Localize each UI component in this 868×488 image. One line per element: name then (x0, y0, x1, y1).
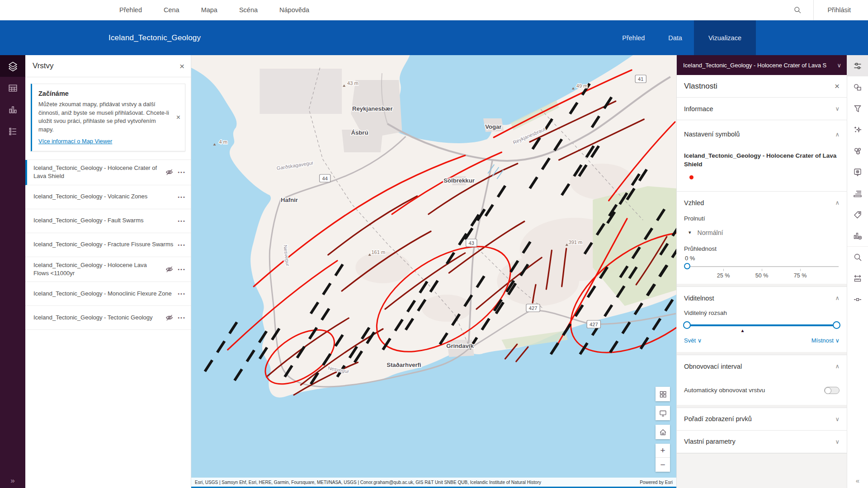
layer-options-ellipsis-button[interactable]: ••• (176, 264, 187, 275)
map-viewer-info-link[interactable]: Více informací o Map Viewer (38, 138, 112, 145)
map-canvas[interactable]: ReykjanesbærVogarÁsbrúSólbrekkurHafnirGr… (191, 55, 676, 488)
chevron-down-icon: ∨ (835, 337, 840, 344)
layer-options-ellipsis-button[interactable]: ••• (176, 288, 187, 299)
right-rail-fields-button[interactable] (847, 183, 868, 204)
vzhled-label: Vzhled (684, 199, 704, 206)
layer-list-item[interactable]: Iceland_Tectonic_Geology - Fault Swarms•… (25, 209, 191, 233)
left-rail-layers-button[interactable] (0, 55, 25, 77)
auto-refresh-toggle[interactable] (824, 387, 840, 394)
sign-in-link[interactable]: Přihlásit (814, 6, 868, 14)
layer-visibility-button[interactable] (164, 312, 175, 323)
range-track[interactable] (685, 324, 839, 326)
tick-25 (723, 269, 724, 271)
visible-range-slider[interactable]: ▲ (685, 321, 839, 336)
range-handle-min[interactable] (683, 321, 691, 329)
right-rail-effects-button[interactable] (847, 119, 868, 140)
top-nav-item-mapa[interactable]: Mapa (190, 6, 228, 14)
search-icon (853, 252, 863, 262)
layer-list-item[interactable]: Iceland_Tectonic_Geology - Holocene Lava… (25, 257, 191, 282)
scale-range-icon (853, 273, 863, 283)
layer-name: Iceland_Tectonic_Geology - Volcanic Zone… (33, 192, 176, 201)
expand-panel-button[interactable]: » (0, 476, 25, 485)
monitor-icon (659, 409, 667, 418)
layer-visibility-button[interactable] (164, 167, 175, 178)
section-refresh[interactable]: Obnovovací interval ∧ (677, 355, 847, 378)
section-draw-order[interactable]: Pořadí zobrazení prvků ∨ (677, 408, 847, 431)
right-rail-styles-button[interactable] (847, 76, 868, 98)
right-rail-popups-button[interactable] (847, 161, 868, 183)
elevation-label: 43 m (347, 80, 359, 86)
layer-options-ellipsis-button[interactable]: ••• (176, 239, 187, 250)
road-shield: 427 (587, 320, 600, 328)
top-nav-item-scéna[interactable]: Scéna (228, 6, 269, 14)
tab-data[interactable]: Data (656, 20, 694, 55)
range-max-label: Místnost (811, 337, 834, 344)
layer-options-ellipsis-button[interactable]: ••• (176, 167, 187, 178)
right-rail-filter-button[interactable] (847, 98, 868, 119)
top-nav-item-nápověda[interactable]: Nápověda (269, 6, 320, 14)
chevron-up-icon: ∧ (835, 363, 840, 370)
map-monitor-button[interactable] (656, 406, 670, 420)
layer-list-item[interactable]: Iceland_Tectonic_Geology - Monoclinic Fl… (25, 282, 191, 306)
left-rail-legend-button[interactable] (0, 120, 25, 142)
popups-icon (853, 167, 863, 177)
svg-text:44: 44 (322, 176, 328, 181)
svg-text:427: 427 (590, 322, 598, 327)
layer-options-ellipsis-button[interactable]: ••• (176, 192, 187, 202)
right-rail-properties-button[interactable] (847, 55, 868, 76)
right-rail-labels-button[interactable] (847, 204, 868, 225)
zoom-in-button[interactable]: + (656, 444, 670, 458)
right-rail-center-button[interactable] (847, 289, 868, 310)
close-layers-panel-button[interactable]: × (179, 62, 184, 70)
app-header: Iceland_Tectonic_Geology PřehledDataVizu… (0, 20, 868, 55)
map-home-button[interactable] (656, 425, 670, 439)
layer-list-item[interactable]: Iceland_Tectonic_Geology - Volcanic Zone… (25, 185, 191, 209)
section-informace[interactable]: Informace ∨ (677, 98, 847, 120)
right-rail-aggregation-button[interactable] (847, 140, 868, 161)
map-controls: + − (656, 387, 670, 472)
tab-vizualizace[interactable]: Vizualizace (694, 20, 756, 55)
chevron-up-icon: ∧ (835, 199, 840, 206)
chevron-down-icon: ∨ (835, 438, 840, 445)
search-button[interactable] (782, 6, 813, 14)
transparency-slider[interactable]: 0 % 25 % 50 % 75 % (685, 255, 839, 283)
section-appearance[interactable]: Vzhled ∧ (677, 192, 847, 214)
layer-visibility-button[interactable] (164, 264, 175, 275)
layer-name: Iceland_Tectonic_Geology - Tectonic Geol… (33, 314, 164, 322)
zoom-out-button[interactable]: − (656, 458, 670, 472)
section-symbology[interactable]: Nastavení symbolů ∧ (677, 123, 847, 145)
home-icon (659, 428, 667, 436)
layer-selector-dropdown[interactable]: Iceland_Tectonic_Geology - Holocene Crat… (677, 55, 847, 75)
close-card-icon[interactable]: × (176, 113, 180, 122)
left-rail-table-button[interactable] (0, 77, 25, 99)
right-rail-chart-config-button[interactable] (847, 225, 868, 246)
map-tiles-button[interactable] (656, 387, 670, 401)
left-rail-charts-button[interactable] (0, 99, 25, 120)
blend-mode-dropdown[interactable]: ▾ Normální (689, 229, 840, 236)
slider-track[interactable]: 25 % 50 % 75 % (685, 266, 839, 267)
layer-options-ellipsis-button[interactable]: ••• (176, 312, 187, 323)
section-visibility[interactable]: Viditelnost ∧ (677, 287, 847, 310)
layer-list-item[interactable]: Iceland_Tectonic_Geology - Holocene Crat… (25, 160, 191, 185)
top-nav-item-cena[interactable]: Cena (153, 6, 190, 14)
range-min-dropdown[interactable]: Svět ∨ (684, 337, 702, 344)
layer-list: Iceland_Tectonic_Geology - Holocene Crat… (25, 160, 191, 330)
top-navigation: PřehledCenaMapaScénaNápověda Přihlásit (0, 0, 868, 20)
layer-list-item[interactable]: Iceland_Tectonic_Geology - Tectonic Geol… (25, 306, 191, 330)
close-properties-button[interactable]: × (835, 82, 840, 90)
layer-list-item[interactable]: Iceland_Tectonic_Geology - Fracture Fiss… (25, 233, 191, 257)
range-max-dropdown[interactable]: Místnost ∨ (811, 337, 840, 344)
range-handle-max[interactable] (833, 321, 840, 329)
top-nav-item-přehled[interactable]: Přehled (108, 6, 153, 14)
section-custom-params[interactable]: Vlastní parametry ∨ (677, 431, 847, 453)
right-rail-scale-range-button[interactable] (847, 267, 868, 289)
road-shield: 44 (320, 174, 330, 182)
layer-options-ellipsis-button[interactable]: ••• (176, 216, 187, 226)
slider-handle[interactable] (684, 263, 690, 269)
right-rail-search-button[interactable] (847, 246, 868, 267)
chevron-down-icon: ∨ (698, 337, 702, 344)
zoom-control: + − (656, 444, 670, 472)
tab-přehled[interactable]: Přehled (610, 20, 656, 55)
collapse-panel-button[interactable]: « (847, 477, 868, 484)
point-symbol-swatch[interactable] (689, 175, 693, 179)
